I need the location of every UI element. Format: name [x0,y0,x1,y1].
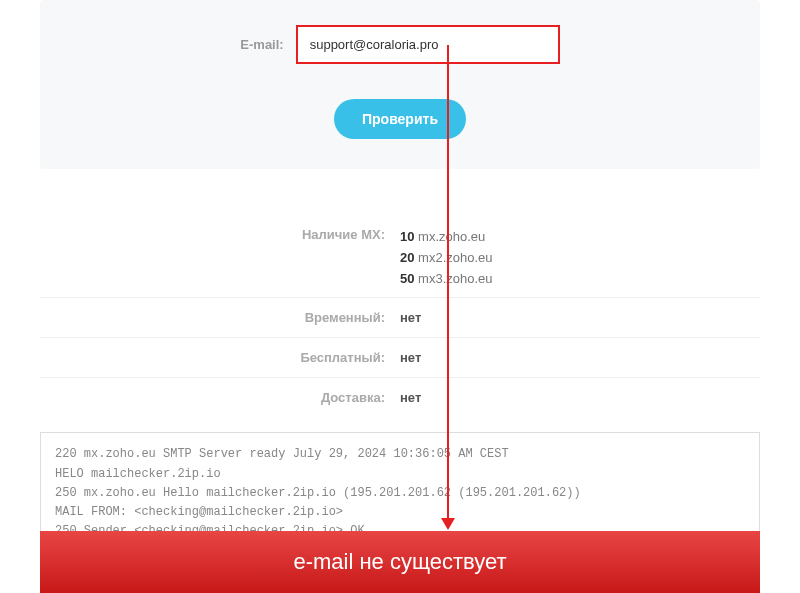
email-row: E-mail: [80,25,720,64]
email-input[interactable] [298,27,558,62]
mx-priority: 20 [400,250,414,265]
mx-records: 10 mx.zoho.eu 20 mx2.zoho.eu 50 mx3.zoho… [400,227,760,289]
mx-host: mx3.zoho.eu [418,271,492,286]
email-input-highlight [296,25,560,64]
mx-host: mx2.zoho.eu [418,250,492,265]
info-row-mx: Наличие MX: 10 mx.zoho.eu 20 mx2.zoho.eu… [40,219,760,297]
delivery-value: нет [400,390,760,405]
info-section: Наличие MX: 10 mx.zoho.eu 20 mx2.zoho.eu… [0,219,800,417]
result-banner: e-mail не существует [40,531,760,593]
free-value: нет [400,350,760,365]
free-label: Бесплатный: [40,350,400,365]
info-row-temporary: Временный: нет [40,297,760,337]
mx-priority: 50 [400,271,414,286]
mx-record: 20 mx2.zoho.eu [400,248,760,269]
temporary-label: Временный: [40,310,400,325]
check-button[interactable]: Проверить [334,99,466,139]
mx-priority: 10 [400,229,414,244]
info-row-delivery: Доставка: нет [40,377,760,417]
button-row: Проверить [80,99,720,139]
temporary-value: нет [400,310,760,325]
info-row-free: Бесплатный: нет [40,337,760,377]
mx-record: 50 mx3.zoho.eu [400,269,760,290]
mx-label: Наличие MX: [40,227,400,242]
email-label: E-mail: [240,37,283,52]
mx-record: 10 mx.zoho.eu [400,227,760,248]
delivery-label: Доставка: [40,390,400,405]
mx-host: mx.zoho.eu [418,229,485,244]
form-panel: E-mail: Проверить [40,0,760,169]
